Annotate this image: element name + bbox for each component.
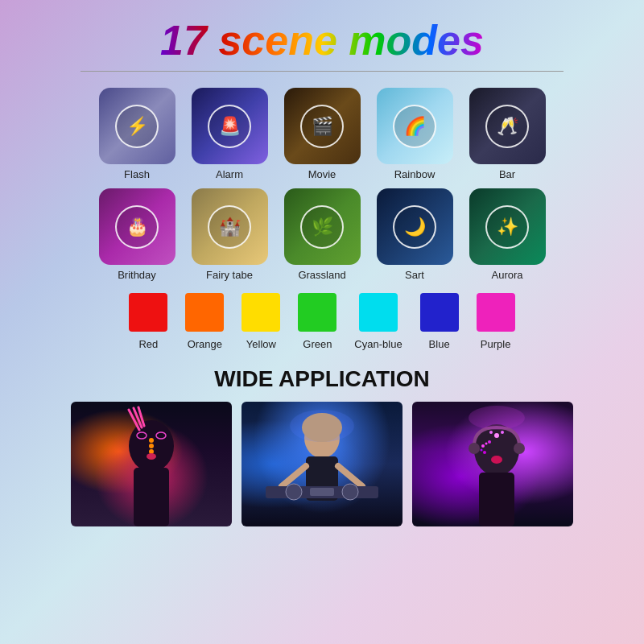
svg-point-24: [485, 443, 488, 445]
scene-item-flash[interactable]: ⚡Flash: [99, 88, 175, 180]
scene-circle-sart: 🌙: [393, 205, 436, 249]
scene-item-movie[interactable]: 🎬Movie: [284, 88, 361, 180]
color-swatch-green: [298, 293, 336, 332]
scene-circle-movie: 🎬: [300, 105, 344, 148]
svg-point-17: [286, 484, 302, 500]
svg-line-14: [282, 466, 306, 486]
main-container: 17 scene modes ⚡Flash🚨Alarm🎬Movie🌈Rainbo…: [0, 0, 644, 644]
scene-item-grassland[interactable]: 🌿Grassland: [284, 188, 361, 281]
scene-label-sart: Sart: [405, 269, 424, 281]
color-swatch-purple: [477, 293, 515, 332]
scene-circle-aurora: ✨: [485, 205, 529, 249]
color-item-purple[interactable]: Purple: [477, 293, 515, 350]
scene-icon-aurora: ✨: [469, 188, 546, 265]
scene-circle-birthday: 🎂: [115, 205, 159, 249]
color-label-purple: Purple: [481, 338, 511, 350]
color-item-cyan-blue[interactable]: Cyan-blue: [354, 293, 402, 350]
scene-label-birthday: Brithday: [118, 269, 156, 281]
scene-row-1: ⚡Flash🚨Alarm🎬Movie🌈Rainbow🥂Bar: [99, 88, 546, 180]
scene-label-alarm: Alarm: [216, 168, 243, 180]
scene-circle-alarm: 🚨: [208, 105, 251, 148]
scene-item-sart[interactable]: 🌙Sart: [377, 188, 453, 281]
scene-icon-fairy: 🏰: [192, 188, 268, 265]
svg-point-30: [501, 431, 504, 434]
scene-label-bar: Bar: [499, 168, 515, 180]
scene-item-aurora[interactable]: ✨Aurora: [469, 188, 546, 281]
color-label-cyan-blue: Cyan-blue: [354, 338, 402, 350]
photo-dj-girl: [242, 402, 402, 526]
scene-label-rainbow: Rainbow: [394, 168, 436, 180]
svg-point-27: [483, 451, 486, 454]
scene-label-aurora: Aurora: [491, 269, 522, 281]
svg-point-32: [514, 443, 525, 454]
svg-rect-22: [479, 473, 514, 526]
scene-icon-flash: ⚡: [99, 88, 175, 164]
svg-point-28: [494, 433, 499, 438]
color-swatch-yellow: [242, 293, 280, 332]
svg-rect-19: [310, 488, 334, 496]
scene-item-rainbow[interactable]: 🌈Rainbow: [377, 88, 453, 180]
color-item-red[interactable]: Red: [129, 293, 167, 350]
color-row: RedOrangeYellowGreenCyan-blueBluePurple: [24, 293, 620, 350]
photo-row: [71, 402, 573, 526]
svg-point-33: [491, 456, 502, 464]
color-label-blue: Blue: [429, 338, 450, 350]
svg-point-29: [489, 431, 493, 434]
scene-label-flash: Flash: [124, 168, 150, 180]
scene-circle-grassland: 🌿: [300, 205, 344, 249]
scene-icon-grassland: 🌿: [284, 188, 361, 265]
scene-icon-rainbow: 🌈: [377, 88, 453, 164]
scene-item-alarm[interactable]: 🚨Alarm: [192, 88, 268, 180]
scene-grid: ⚡Flash🚨Alarm🎬Movie🌈Rainbow🥂Bar 🎂Brithday…: [24, 88, 620, 281]
wide-application-title: WIDE APPLICATION: [214, 366, 430, 392]
title-divider: [80, 71, 564, 72]
color-label-yellow: Yellow: [246, 338, 276, 350]
svg-rect-1: [134, 468, 169, 526]
color-item-orange[interactable]: Orange: [185, 293, 224, 350]
svg-point-26: [481, 449, 483, 452]
color-item-yellow[interactable]: Yellow: [242, 293, 280, 350]
svg-point-6: [149, 444, 154, 448]
color-label-orange: Orange: [188, 338, 222, 350]
svg-point-18: [342, 484, 358, 500]
color-label-red: Red: [138, 338, 158, 350]
svg-point-34: [469, 406, 525, 430]
color-label-green: Green: [303, 338, 332, 350]
color-item-green[interactable]: Green: [298, 293, 336, 350]
scene-circle-flash: ⚡: [115, 105, 159, 148]
scene-icon-birthday: 🎂: [99, 188, 175, 265]
svg-point-23: [481, 444, 485, 448]
color-swatch-red: [129, 293, 167, 332]
scene-icon-movie: 🎬: [284, 88, 361, 164]
svg-line-15: [338, 466, 362, 486]
svg-point-20: [290, 410, 354, 442]
scene-icon-sart: 🌙: [377, 188, 453, 265]
scene-label-grassland: Grassland: [298, 269, 345, 281]
scene-row-2: 🎂Brithday🏰Fairy tabe🌿Grassland🌙Sart✨Auro…: [99, 188, 546, 281]
svg-point-31: [469, 443, 480, 454]
color-section: RedOrangeYellowGreenCyan-blueBluePurple: [24, 293, 620, 357]
scene-item-birthday[interactable]: 🎂Brithday: [99, 188, 175, 281]
scene-circle-rainbow: 🌈: [393, 105, 436, 148]
scene-label-movie: Movie: [308, 168, 336, 180]
scene-icon-alarm: 🚨: [192, 88, 268, 164]
photo-uv-makeup: [412, 402, 573, 526]
scene-item-bar[interactable]: 🥂Bar: [469, 88, 546, 180]
photo-uv-face: [71, 402, 232, 526]
color-item-blue[interactable]: Blue: [420, 293, 459, 350]
svg-point-25: [488, 440, 491, 444]
scene-circle-fairy: 🏰: [208, 205, 251, 249]
color-swatch-blue: [420, 293, 459, 332]
svg-point-5: [149, 438, 154, 443]
page-title: 17 scene modes: [160, 16, 484, 64]
scene-item-fairy[interactable]: 🏰Fairy tabe: [192, 188, 268, 281]
color-swatch-orange: [185, 293, 224, 332]
scene-icon-bar: 🥂: [469, 88, 546, 164]
scene-circle-bar: 🥂: [485, 105, 529, 148]
color-swatch-cyan-blue: [359, 293, 398, 332]
svg-point-10: [147, 453, 156, 460]
scene-label-fairy: Fairy tabe: [206, 269, 253, 281]
